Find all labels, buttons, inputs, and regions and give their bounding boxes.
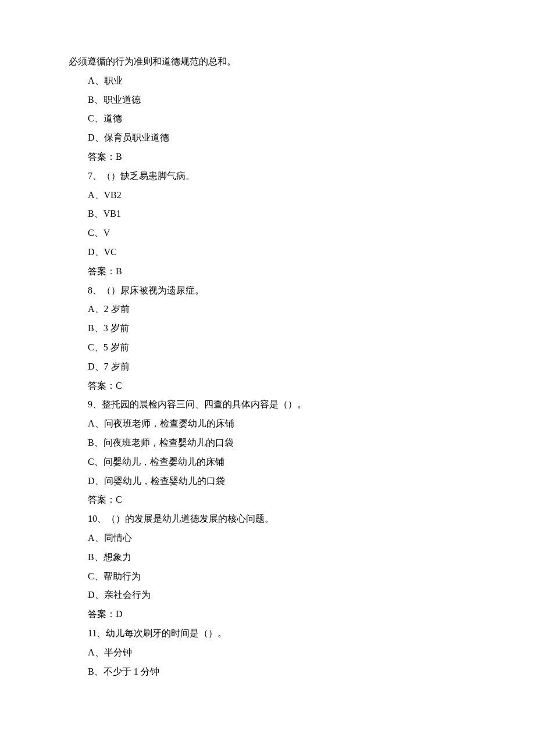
q9-option-b: B、问夜班老师，检查婴幼儿的口袋 <box>0 433 535 453</box>
q8-option-a: A、2 岁前 <box>0 300 535 319</box>
q9-option-d: D、问婴幼儿，检查婴幼儿的口袋 <box>0 472 535 491</box>
q8-stem: 8、（）尿床被视为遗尿症。 <box>0 281 535 300</box>
q6-option-b: B、职业道德 <box>0 91 535 110</box>
q9-answer: 答案：C <box>0 490 535 510</box>
document-page: 必须遵循的行为准则和道德规范的总和。 A、职业 B、职业道德 C、道德 D、保育… <box>0 0 535 756</box>
q6-answer: 答案：B <box>0 148 535 167</box>
q6-option-a: A、职业 <box>0 71 535 91</box>
q11-option-b: B、不少于 1 分钟 <box>0 662 535 682</box>
q10-option-c: C、帮助行为 <box>0 567 535 586</box>
q7-option-a: A、VB2 <box>0 186 535 205</box>
q8-option-c: C、5 岁前 <box>0 338 535 357</box>
q10-option-b: B、想象力 <box>0 548 535 567</box>
q7-answer: 答案：B <box>0 262 535 281</box>
q10-option-a: A、同情心 <box>0 529 535 548</box>
q7-option-c: C、V <box>0 224 535 243</box>
q10-option-d: D、亲社会行为 <box>0 586 535 605</box>
q6-option-d: D、保育员职业道德 <box>0 128 535 148</box>
q9-option-c: C、问婴幼儿，检查婴幼儿的床铺 <box>0 453 535 472</box>
q7-option-b: B、VB1 <box>0 205 535 224</box>
q9-stem: 9、整托园的晨检内容三问、四查的具体内容是（）。 <box>0 395 535 414</box>
q8-answer: 答案：C <box>0 377 535 396</box>
q11-stem: 11、幼儿每次刷牙的时间是（）。 <box>0 624 535 643</box>
q9-option-a: A、问夜班老师，检查婴幼儿的床铺 <box>0 414 535 433</box>
q7-option-d: D、VC <box>0 243 535 262</box>
q10-answer: 答案：D <box>0 605 535 624</box>
q7-stem: 7、（）缺乏易患脚气病。 <box>0 167 535 186</box>
q8-option-b: B、3 岁前 <box>0 319 535 338</box>
q11-option-a: A、半分钟 <box>0 643 535 662</box>
q6-option-c: C、道德 <box>0 109 535 128</box>
q8-option-d: D、7 岁前 <box>0 357 535 377</box>
intro-line: 必须遵循的行为准则和道德规范的总和。 <box>0 52 535 71</box>
q10-stem: 10、（）的发展是幼儿道德发展的核心问题。 <box>0 510 535 529</box>
